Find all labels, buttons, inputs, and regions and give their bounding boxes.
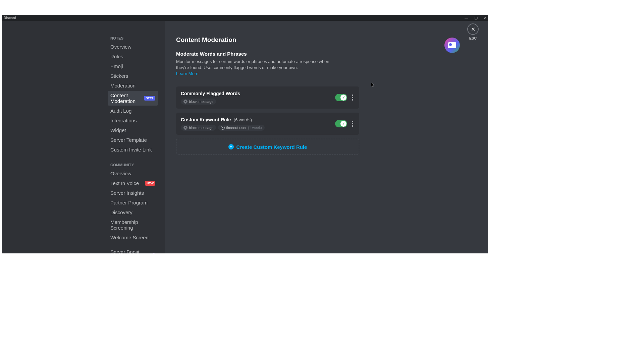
nav-roles[interactable]: Roles bbox=[108, 52, 158, 61]
nav-text-in-voice[interactable]: Text In Voice NEW bbox=[108, 179, 158, 188]
learn-more-link[interactable]: Learn More bbox=[176, 71, 198, 76]
close-settings-button[interactable]: ✕ bbox=[467, 23, 479, 35]
clock-icon bbox=[221, 126, 225, 130]
nav-server-boost[interactable]: Server Boost Status bbox=[108, 247, 158, 253]
rule-menu-button[interactable] bbox=[351, 93, 355, 102]
rule-menu-button[interactable] bbox=[351, 119, 355, 128]
create-rule-label: Create Custom Keyword Rule bbox=[236, 144, 307, 150]
nav-server-template[interactable]: Server Template bbox=[108, 135, 158, 144]
rule-card[interactable]: Custom Keyword Rule (6 words) ✕ block me… bbox=[176, 113, 359, 135]
action-chip-block: ✕ block message bbox=[181, 125, 216, 131]
cursor-icon bbox=[371, 82, 375, 89]
beta-badge: BETA bbox=[144, 96, 155, 101]
nav-discovery[interactable]: Discovery bbox=[108, 208, 158, 217]
settings-sidebar: NOTES Overview Roles Emoji Stickers Mode… bbox=[2, 21, 165, 253]
new-badge: NEW bbox=[145, 181, 155, 186]
close-window-button[interactable]: ✕ bbox=[484, 16, 487, 20]
check-icon: ✓ bbox=[342, 96, 345, 100]
rule-title: Commonly Flagged Words bbox=[181, 91, 240, 96]
section-header-community: COMMUNITY bbox=[110, 163, 155, 167]
nav-audit-log[interactable]: Audit Log bbox=[108, 106, 158, 115]
page-subtitle: Moderate Words and Phrases bbox=[176, 51, 477, 57]
nav-welcome-screen[interactable]: Welcome Screen bbox=[108, 233, 158, 242]
nav-stickers[interactable]: Stickers bbox=[108, 71, 158, 80]
check-icon: ✓ bbox=[342, 122, 345, 126]
page-description: Monitor messages for certain words or ph… bbox=[176, 59, 337, 70]
rule-card[interactable]: Commonly Flagged Words ✕ block message ✓ bbox=[176, 86, 359, 109]
content-area: ✕ ESC Content Moderation Moderate Words … bbox=[165, 21, 488, 253]
nav-overview[interactable]: Overview bbox=[108, 42, 158, 51]
feature-avatar bbox=[444, 38, 460, 53]
block-icon: ✕ bbox=[183, 100, 187, 104]
minimize-button[interactable]: — bbox=[465, 16, 468, 20]
nav-community-overview[interactable]: Overview bbox=[108, 169, 158, 178]
nav-content-moderation[interactable]: Content Moderation BETA bbox=[108, 91, 158, 106]
nav-partner-program[interactable]: Partner Program bbox=[108, 198, 158, 207]
nav-widget[interactable]: Widget bbox=[108, 126, 158, 135]
rule-toggle[interactable]: ✓ bbox=[335, 120, 347, 127]
plus-icon: + bbox=[228, 144, 234, 149]
nav-membership-screening[interactable]: Membership Screening bbox=[108, 218, 158, 232]
nav-moderation[interactable]: Moderation bbox=[108, 81, 158, 90]
esc-label: ESC bbox=[467, 36, 479, 40]
section-header-notes: NOTES bbox=[110, 36, 155, 40]
rule-meta: (6 words) bbox=[234, 117, 252, 122]
rule-title: Custom Keyword Rule bbox=[181, 117, 231, 122]
maximize-button[interactable]: ▢ bbox=[474, 16, 478, 20]
nav-server-insights[interactable]: Server Insights bbox=[108, 188, 158, 197]
close-icon: ✕ bbox=[471, 26, 475, 33]
create-rule-button[interactable]: + Create Custom Keyword Rule bbox=[176, 139, 359, 155]
action-chip-block: ✕ block message bbox=[181, 99, 216, 105]
nav-emoji[interactable]: Emoji bbox=[108, 62, 158, 71]
page-title: Content Moderation bbox=[176, 36, 477, 44]
app-title: Discord bbox=[4, 16, 16, 20]
block-icon: ✕ bbox=[183, 126, 187, 130]
rule-toggle[interactable]: ✓ bbox=[335, 94, 347, 101]
title-bar: Discord — ▢ ✕ bbox=[2, 15, 488, 21]
nav-integrations[interactable]: Integrations bbox=[108, 116, 158, 125]
action-chip-timeout: timeout user (1 week) bbox=[218, 125, 265, 131]
boost-icon bbox=[152, 253, 155, 253]
nav-custom-invite[interactable]: Custom Invite Link bbox=[108, 145, 158, 154]
